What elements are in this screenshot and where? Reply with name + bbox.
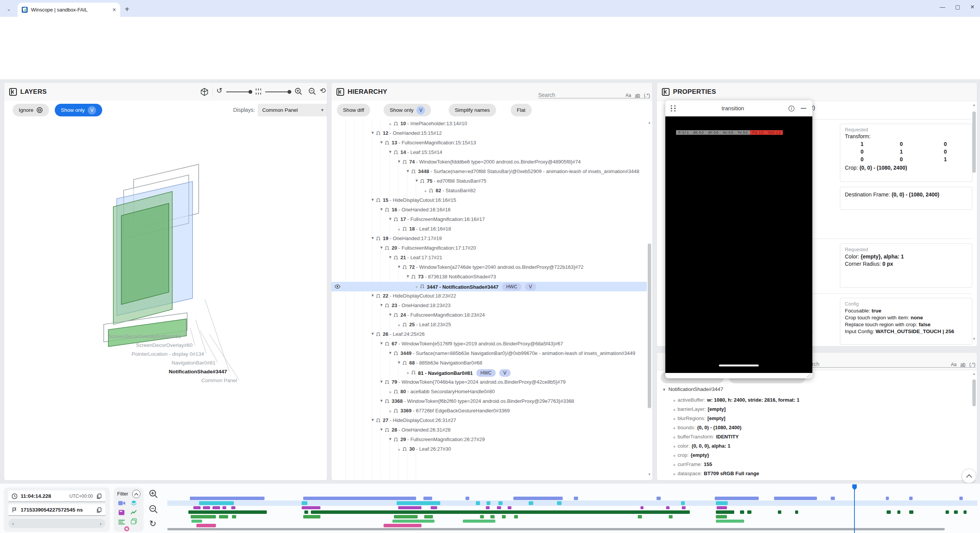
flat-button[interactable]: Flat	[511, 104, 532, 116]
timeline-pan-scrollbar[interactable]: ‹ ›	[8, 519, 105, 528]
tree-row[interactable]: ▼73 - 8736138 NotificationShade#73	[332, 272, 647, 282]
properties-search-input[interactable]: Search Aa ab (.*)	[802, 355, 975, 368]
ns-input[interactable]: 1715339054227572545 ns	[8, 504, 105, 516]
timeline-zoom-in-icon[interactable]	[149, 489, 158, 499]
collapse-panel-icon[interactable]	[336, 88, 345, 96]
show-diff-button[interactable]: Show diff	[337, 104, 370, 116]
trace-event[interactable]	[716, 520, 744, 523]
surface-flinger-icon[interactable]	[131, 500, 137, 506]
trace-event[interactable]	[778, 510, 781, 514]
expander-icon[interactable]: ▼	[413, 178, 420, 183]
trace-event[interactable]	[716, 515, 727, 518]
trace-event[interactable]	[946, 510, 949, 514]
window-manager-icon[interactable]	[118, 510, 125, 515]
pan-right-icon[interactable]: ›	[100, 521, 101, 526]
properties-scrollbar[interactable]	[972, 111, 976, 173]
trace-event[interactable]	[232, 515, 236, 518]
trace-event[interactable]	[424, 515, 433, 518]
expander-icon[interactable]: ▼	[387, 350, 394, 355]
trace-event[interactable]	[740, 510, 744, 514]
trace-event[interactable]	[423, 497, 432, 500]
property-row[interactable]: color:(0, 0, 0), alpha: 1	[672, 443, 965, 449]
tree-row[interactable]: ▼24 - FullscreenMagnification:18:23#24	[332, 311, 647, 320]
show-only-button[interactable]: Show onlyV	[384, 104, 431, 116]
tree-row[interactable]: ▼19 - OneHanded:17:17#19	[332, 234, 647, 244]
property-row[interactable]: bounds:(0, 0) - (1080, 2400)	[672, 425, 965, 430]
trace-event[interactable]	[557, 501, 562, 505]
maximize-icon[interactable]: ▢	[955, 4, 960, 10]
tree-row[interactable]: ▼20 - FullscreenMagnification:17:17#20	[332, 244, 647, 253]
hierarchy-scroll-down[interactable]: ▼	[647, 473, 652, 476]
trace-event[interactable]	[190, 497, 265, 500]
expander-icon[interactable]: ▼	[396, 360, 402, 365]
property-row[interactable]: dataspace:BT709 sRGB Full range	[672, 471, 965, 476]
layer-label[interactable]: Common Panel	[201, 378, 237, 383]
tree-row[interactable]: ▼22 - HideDisplayCutout:18:23#22	[332, 291, 647, 301]
expander-icon[interactable]: ▼	[378, 139, 385, 144]
trace-event[interactable]	[657, 497, 661, 500]
timeline-zoom-out-icon[interactable]	[149, 504, 158, 514]
expander-icon[interactable]: ▼	[387, 216, 394, 221]
proto-scrollbar[interactable]	[972, 379, 976, 406]
trace-event[interactable]	[487, 501, 491, 505]
expander-icon[interactable]: ▼	[405, 168, 411, 173]
minimize-icon[interactable]: —	[940, 4, 945, 10]
layer-label[interactable]: NavigationBar0#81	[172, 360, 216, 366]
expander-icon[interactable]: ▼	[369, 417, 376, 422]
trace-event[interactable]	[188, 510, 267, 514]
trace-event[interactable]	[311, 510, 690, 514]
trace-event[interactable]	[715, 497, 758, 500]
screen-recording-icon[interactable]	[118, 500, 125, 506]
trace-row-transitions[interactable]	[167, 524, 977, 527]
minimize-icon[interactable]	[801, 108, 806, 109]
expander-icon[interactable]: ▼	[369, 130, 376, 135]
property-row[interactable]: blurRegions:[empty]	[672, 415, 965, 421]
tree-row[interactable]: ▼16 - OneHanded:16:16#16	[332, 205, 647, 215]
trace-event[interactable]	[231, 506, 235, 509]
collapse-timeline-button[interactable]	[962, 469, 976, 483]
reset-view-icon[interactable]: ⟲	[320, 86, 326, 95]
trace-event[interactable]	[502, 515, 506, 518]
trace-event[interactable]	[392, 520, 434, 523]
timeline-scrollbar[interactable]	[167, 528, 945, 530]
tree-row[interactable]: 81 - NavigationBar0#81HWCV	[332, 368, 647, 378]
expander-icon[interactable]: ▼	[378, 206, 385, 211]
trace-event[interactable]	[384, 524, 421, 527]
protolog-icon[interactable]	[118, 520, 125, 525]
tree-row[interactable]: ▼3449 - Surface(name=885b63e NavigationB…	[332, 349, 647, 358]
tree-row[interactable]: ▼26 - Leaf:24:25#26	[332, 330, 647, 339]
resize-handle[interactable]	[807, 373, 811, 378]
transactions-icon[interactable]	[131, 510, 137, 515]
regex-icon[interactable]: (.*)	[644, 93, 650, 98]
hierarchy-scrollbar[interactable]	[648, 244, 651, 408]
tree-row[interactable]: ▼15 - HideDisplayCutout:16:16#15	[332, 196, 647, 205]
property-row[interactable]: crop:{empty}	[672, 452, 965, 458]
trace-event[interactable]	[302, 501, 307, 505]
tab-close-icon[interactable]: ✕	[112, 7, 116, 13]
trace-event[interactable]	[394, 515, 417, 518]
property-root-node[interactable]: ▼NotificationShade#3447	[662, 386, 723, 392]
trace-event[interactable]	[716, 501, 728, 505]
property-row[interactable]: bufferTransform:IDENTITY	[672, 434, 965, 440]
hierarchy-scroll-up[interactable]: ▲	[647, 121, 652, 124]
expander-icon[interactable]: ▼	[387, 312, 394, 317]
trace-event[interactable]	[199, 501, 234, 505]
tree-row[interactable]: ▼28 - OneHanded:26:31#28	[332, 425, 647, 435]
expander-icon[interactable]: ▼	[387, 254, 394, 259]
expander-icon[interactable]: ▼	[378, 302, 385, 307]
property-row[interactable]: barrierLayer:[empty]	[672, 406, 965, 412]
copy-icon[interactable]	[96, 493, 102, 499]
layer-label[interactable]: NotificationShade#3447	[169, 369, 227, 374]
tree-row[interactable]: 3369 - 67726bf EdgeBackGestureHandler0#3…	[332, 406, 647, 416]
trace-event[interactable]	[717, 506, 727, 509]
trace-event[interactable]	[203, 506, 210, 509]
layer-label[interactable]: ScreenDecorOverlay#60	[136, 342, 193, 348]
trace-event[interactable]	[196, 524, 216, 527]
trace-event[interactable]	[463, 520, 495, 523]
trace-event[interactable]	[747, 510, 751, 514]
filter-collapse-icon[interactable]	[132, 490, 140, 498]
property-row[interactable]: currFrame:155	[672, 461, 965, 467]
sheet-green-inner[interactable]	[121, 203, 169, 304]
tree-row[interactable]: ▼13 - FullscreenMagnification:15:15#13	[332, 138, 647, 148]
transition-window-titlebar[interactable]: transition	[665, 100, 812, 116]
